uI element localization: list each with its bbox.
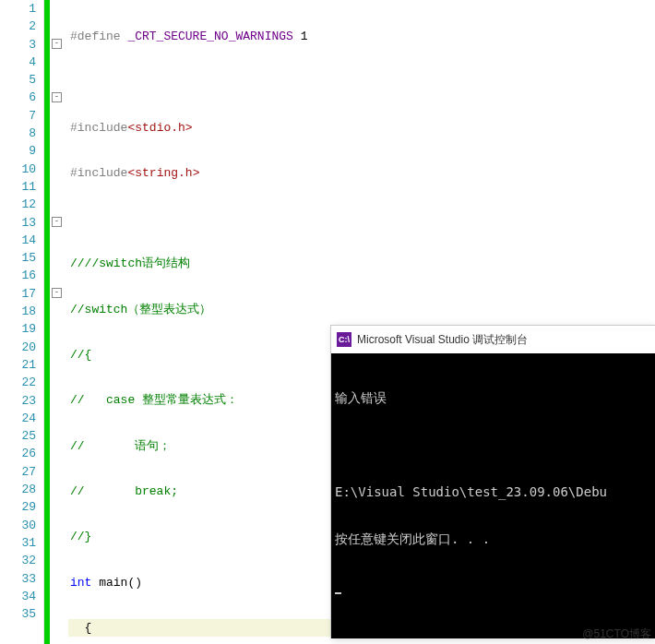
fold-gutter: - - - - <box>50 0 68 644</box>
line-number: 7 <box>0 107 36 125</box>
line-number: 3 <box>0 36 36 54</box>
fold-box[interactable]: - <box>52 39 62 49</box>
line-number-gutter: 1234567891011121314151617181920212223242… <box>0 0 44 644</box>
terminal-body[interactable]: 输入错误 E:\Visual Studio\test_23.09.06\Debu… <box>331 353 655 638</box>
line-number: 26 <box>0 445 36 462</box>
terminal-line: E:\Visual Studio\test_23.09.06\Debu <box>335 484 651 500</box>
console-title: Microsoft Visual Studio 调试控制台 <box>357 332 528 348</box>
line-number: 23 <box>0 392 36 410</box>
code-line: #include<stdio.h> <box>68 119 655 137</box>
line-number: 6 <box>0 89 36 106</box>
line-number: 15 <box>0 249 36 267</box>
line-number: 33 <box>0 570 36 588</box>
terminal-line <box>335 437 651 453</box>
line-number: 4 <box>0 54 36 71</box>
debug-console-window[interactable]: C:\ Microsoft Visual Studio 调试控制台 输入错误 E… <box>330 325 655 638</box>
line-number: 20 <box>0 339 36 356</box>
line-number: 17 <box>0 285 36 303</box>
line-number: 28 <box>0 481 36 498</box>
terminal-line: 输入错误 <box>335 390 651 406</box>
line-number: 34 <box>0 588 36 605</box>
line-number: 12 <box>0 196 36 213</box>
line-number: 32 <box>0 552 36 569</box>
line-number: 9 <box>0 142 36 160</box>
line-number: 25 <box>0 427 36 445</box>
code-line: #define _CRT_SECURE_NO_WARNINGS 1 <box>68 28 655 45</box>
code-line: #include<string.h> <box>68 164 655 182</box>
vs-app-icon: C:\ <box>337 332 351 347</box>
line-number: 18 <box>0 303 36 320</box>
line-number: 30 <box>0 517 36 534</box>
line-number: 10 <box>0 161 36 178</box>
line-number: 14 <box>0 232 36 249</box>
line-number: 31 <box>0 534 36 552</box>
line-number: 2 <box>0 18 36 35</box>
fold-box[interactable]: - <box>52 217 62 227</box>
code-line <box>68 209 655 227</box>
fold-box[interactable]: - <box>52 92 62 102</box>
line-number: 16 <box>0 267 36 284</box>
code-line <box>68 73 655 90</box>
console-titlebar[interactable]: C:\ Microsoft Visual Studio 调试控制台 <box>331 326 655 353</box>
line-number: 29 <box>0 498 36 516</box>
line-number: 35 <box>0 605 36 623</box>
watermark-text: @51CTO博客 <box>582 626 651 642</box>
line-number: 19 <box>0 320 36 338</box>
line-number: 27 <box>0 463 36 481</box>
line-number: 1 <box>0 0 36 18</box>
line-number: 21 <box>0 356 36 374</box>
line-number: 24 <box>0 410 36 427</box>
line-number: 5 <box>0 71 36 89</box>
line-number: 11 <box>0 178 36 196</box>
code-line: //switch（整型表达式） <box>68 301 655 318</box>
code-line: ////switch语句结构 <box>68 255 655 272</box>
line-number: 8 <box>0 125 36 142</box>
line-number: 22 <box>0 374 36 391</box>
terminal-cursor <box>335 592 341 594</box>
line-number: 13 <box>0 214 36 232</box>
terminal-line: 按任意键关闭此窗口. . . <box>335 531 651 547</box>
fold-box[interactable]: - <box>52 288 62 298</box>
